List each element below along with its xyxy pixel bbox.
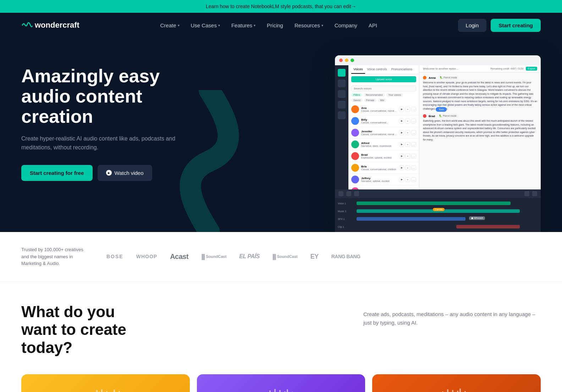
chevron-down-icon: ▾ <box>178 23 180 27</box>
tab-voice-controls[interactable]: Voice controls <box>365 65 389 74</box>
voice-add-button[interactable]: + <box>405 107 410 112</box>
voice-add-button[interactable]: + <box>405 130 410 135</box>
voice-item-jennifer[interactable]: Jennifer Casual, conversational, narrati… <box>348 127 419 139</box>
track-bar-sfx1[interactable] <box>357 217 465 221</box>
filter-filters[interactable]: Filters <box>351 93 362 97</box>
voice-play-button[interactable]: ▶ <box>399 165 404 170</box>
voice-add-button[interactable]: + <box>405 142 410 147</box>
chevron-down-icon: ▾ <box>321 23 323 27</box>
filter-your-voices[interactable]: Your voices <box>386 93 403 97</box>
what-subtitle: Create ads, podcasts, meditations – any … <box>363 310 541 327</box>
card-visual-1 <box>21 374 190 392</box>
timeline-rewind-button[interactable] <box>354 191 359 196</box>
timeline-play-button[interactable] <box>338 191 343 196</box>
nav-create[interactable]: Create ▾ <box>160 22 179 28</box>
editor-title: Welcome to another episo... <box>423 67 458 70</box>
nav-company[interactable]: Company <box>335 22 357 28</box>
tab-pronunciations[interactable]: Pronunciations <box>389 65 415 74</box>
voice-info-billy: Billy Casual, conversational... <box>361 118 397 124</box>
voice-item-brad[interactable]: Brad Expressive, upbeat, excited ▶ + … <box>348 150 419 162</box>
track-sfx1: SFX 1 ◼ Whoosh <box>335 215 541 223</box>
chevron-down-icon: ▾ <box>218 23 220 27</box>
watch-video-button[interactable]: ▶ Watch video <box>98 165 152 181</box>
voice-item-billy[interactable]: Billy Casual, conversational... ▶ + … <box>348 115 419 127</box>
voice-more-button[interactable]: … <box>411 130 416 135</box>
logo-rang: RANG BANG <box>331 254 360 259</box>
voice-more-button[interactable]: … <box>411 154 416 159</box>
upload-voice-button[interactable]: Upload voice <box>351 76 416 82</box>
voice-info-jeffrey: Jeffrey Narrative, upbeat, excited <box>361 177 397 182</box>
voice-more-button[interactable]: … <box>411 142 416 147</box>
timeline-settings-button[interactable] <box>532 191 537 196</box>
voice-item-alfred[interactable]: Alfred Narrative, deep, expressive ▶ + … <box>348 139 419 150</box>
filter-row: Filters Recommended Your voices <box>348 93 419 98</box>
voice-actions-jeffrey: ▶ + … <box>399 177 416 182</box>
logo-whoop: WHOOP <box>136 254 157 259</box>
voice-add-button[interactable]: + <box>405 118 410 123</box>
timeline-stop-button[interactable] <box>346 191 351 196</box>
card-audiobooks: Audiobooks ▶ Listen <box>372 374 541 392</box>
track-clip1: Clip 1 <box>335 223 541 231</box>
voice-info-ana: Ana Casual, conversational, narrative <box>361 106 397 112</box>
voice-play-button[interactable]: ▶ <box>399 130 404 135</box>
logo-text: wondercraft <box>35 21 79 30</box>
logo[interactable]: wondercraft <box>21 21 79 30</box>
filter-recommended[interactable]: Recommended <box>364 93 385 97</box>
start-creating-button[interactable]: Start creating <box>491 19 541 32</box>
what-section-left: What do you want to create today? <box>21 303 149 357</box>
editor-text-area[interactable]: Anna 🦜 Parrot mode Welcome to another ep… <box>419 72 541 187</box>
voice-more-button[interactable]: … <box>411 118 416 123</box>
banner-text: Learn how to create NotebookLM style pod… <box>206 4 356 9</box>
nav-resources[interactable]: Resources ▾ <box>294 22 323 28</box>
voice-item-bria[interactable]: Bria Casual, conversational, childish ▶ … <box>348 162 419 174</box>
speaker-header-brad: Brad 🦜 Parrot mode <box>423 114 537 118</box>
filter-more[interactable]: Mor <box>378 98 386 102</box>
voice-add-button[interactable]: + <box>405 154 410 159</box>
track-bar-voice1[interactable] <box>357 201 511 205</box>
main-nav: Create ▾ Use Cases ▾ Features ▾ Pricing … <box>160 22 377 28</box>
start-creating-for-free-button[interactable]: Start creating for free <box>21 165 93 181</box>
search-voices-input[interactable] <box>351 85 416 92</box>
voice-item-jann[interactable]: Jann ▶ + … <box>348 186 419 189</box>
voice-play-button[interactable]: ▶ <box>399 142 404 147</box>
content-cards: ▶ Listen ▶ <box>0 367 562 392</box>
nav-features[interactable]: Features ▾ <box>231 22 255 28</box>
filter-saved[interactable]: Saved <box>351 98 363 102</box>
trusted-logos: BOSE WHOOP Acast |||SoundCast EL PAÍS ||… <box>106 253 541 261</box>
voice-add-button[interactable]: + <box>405 165 410 170</box>
voice-play-button[interactable]: ▶ <box>399 107 404 112</box>
voice-add-button[interactable]: + <box>405 177 410 182</box>
timeline-tracks: Voice 1 Music 1 Camila SFX 1 <box>335 198 541 232</box>
timeline-zoom-button[interactable] <box>524 191 529 196</box>
filter-female[interactable]: Female <box>364 98 376 102</box>
nav-api[interactable]: API <box>369 22 377 28</box>
nav-pricing[interactable]: Pricing <box>267 22 283 28</box>
announcement-banner[interactable]: Learn how to create NotebookLM style pod… <box>0 0 562 13</box>
voice-more-button[interactable]: … <box>411 165 416 170</box>
voice-actions-brad: ▶ + … <box>399 154 416 159</box>
voice-item-jeffrey[interactable]: Jeffrey Narrative, upbeat, excited ▶ + … <box>348 174 419 186</box>
window-close-dot <box>339 59 343 62</box>
voice-more-button[interactable]: … <box>411 177 416 182</box>
voice-more-button[interactable]: … <box>411 107 416 112</box>
nav-use-cases[interactable]: Use Cases ▾ <box>191 22 220 28</box>
card-visual-2 <box>197 374 365 392</box>
voice-avatar-brad <box>351 152 359 160</box>
voice-item-ana[interactable]: Ana Casual, conversational, narrative ▶ … <box>348 104 419 115</box>
editor-counter: Remaining credit: 4497 / 5150 <box>490 67 523 70</box>
login-button[interactable]: Login <box>458 19 487 32</box>
track-bar-clip1[interactable] <box>456 225 520 228</box>
voice-play-button[interactable]: ▶ <box>399 177 404 182</box>
logo-soundcast-2: |||SoundCast <box>272 253 298 260</box>
card-visual-3 <box>372 374 541 392</box>
logo-elpais: EL PAÍS <box>239 253 259 260</box>
voice-avatar-ana <box>351 105 359 113</box>
waveform-3 <box>442 388 471 392</box>
tab-voices[interactable]: Voices <box>351 65 365 74</box>
voice-play-button[interactable]: ▶ <box>399 154 404 159</box>
voice-actions-alfred: ▶ + … <box>399 142 416 147</box>
voice-actions-bria: ▶ + … <box>399 165 416 170</box>
export-badge[interactable]: Export <box>526 67 537 71</box>
speaker-dot-brad <box>423 114 426 118</box>
voice-play-button[interactable]: ▶ <box>399 118 404 123</box>
